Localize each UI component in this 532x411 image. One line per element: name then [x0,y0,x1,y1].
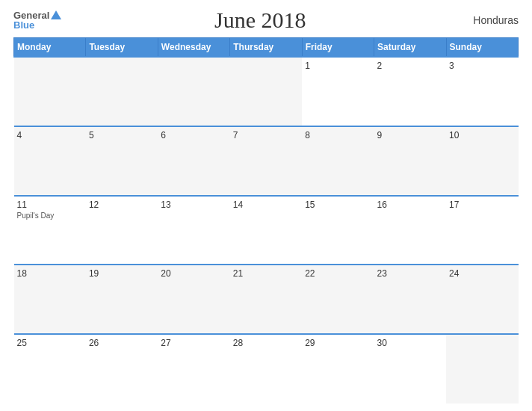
logo-blue-text: Blue [13,20,34,30]
calendar-day-cell: 27 [158,334,229,404]
calendar-day-cell: 21 [230,265,302,334]
day-number: 11 [17,200,83,210]
day-number: 24 [449,268,515,279]
calendar-day-cell: 7 [230,126,302,196]
day-number: 5 [89,130,155,140]
calendar-table: MondayTuesdayWednesdayThursdayFridaySatu… [13,37,519,404]
header: General Blue June 2018 Honduras [13,7,519,33]
calendar-day-cell [14,57,86,126]
weekday-header-saturday: Saturday [374,38,446,58]
logo: General Blue [13,10,61,30]
calendar-day-cell: 24 [446,265,518,334]
calendar-day-cell: 26 [86,334,158,404]
day-number: 9 [377,130,443,140]
day-number: 14 [233,200,299,210]
calendar-day-cell: 30 [374,334,446,404]
weekday-header-sunday: Sunday [446,38,518,58]
calendar-day-cell: 5 [86,126,158,196]
calendar-day-cell: 23 [374,265,446,334]
page-wrapper: General Blue June 2018 Honduras MondayTu… [0,0,532,411]
day-number: 12 [89,200,155,210]
calendar-day-cell: 28 [230,334,302,404]
day-number: 21 [233,268,299,279]
calendar-day-cell [158,57,229,126]
calendar-day-cell: 16 [374,196,446,265]
calendar-week-row: 45678910 [14,126,519,196]
weekday-header-friday: Friday [302,38,374,58]
weekday-header-tuesday: Tuesday [86,38,158,58]
day-number: 28 [233,338,299,348]
calendar-day-cell: 9 [374,126,446,196]
day-number: 4 [17,130,83,140]
day-number: 16 [377,200,443,210]
calendar-day-cell: 8 [302,126,374,196]
calendar-week-row: 18192021222324 [14,265,519,334]
calendar-day-cell: 4 [14,126,86,196]
day-number: 29 [305,338,371,348]
day-number: 6 [161,130,226,140]
calendar-day-cell: 18 [14,265,86,334]
day-event: Pupil's Day [17,211,83,220]
day-number: 19 [89,268,155,279]
day-number: 18 [17,268,83,279]
weekday-header-row: MondayTuesdayWednesdayThursdayFridaySatu… [14,38,519,58]
day-number: 7 [233,130,299,140]
day-number: 8 [305,130,371,140]
day-number: 3 [449,61,515,71]
day-number: 20 [161,268,226,279]
calendar-day-cell: 11Pupil's Day [14,196,86,265]
calendar-day-cell: 17 [446,196,518,265]
calendar-day-cell: 25 [14,334,86,404]
day-number: 22 [305,268,371,279]
calendar-day-cell: 12 [86,196,158,265]
calendar-day-cell: 3 [446,57,518,126]
day-number: 26 [89,338,155,348]
calendar-day-cell: 29 [302,334,374,404]
calendar-day-cell: 13 [158,196,229,265]
calendar-day-cell: 2 [374,57,446,126]
day-number: 1 [305,61,371,71]
calendar-title: June 2018 [61,7,459,33]
weekday-header-wednesday: Wednesday [158,38,229,58]
day-number: 15 [305,200,371,210]
calendar-day-cell: 19 [86,265,158,334]
calendar-day-cell [86,57,158,126]
calendar-day-cell: 14 [230,196,302,265]
day-number: 23 [377,268,443,279]
calendar-day-cell [446,334,518,404]
day-number: 27 [161,338,226,348]
calendar-week-row: 11Pupil's Day121314151617 [14,196,519,265]
day-number: 25 [17,338,83,348]
day-number: 17 [449,200,515,210]
calendar-day-cell: 22 [302,265,374,334]
day-number: 13 [161,200,226,210]
day-number: 2 [377,61,443,71]
logo-triangle-icon [51,10,61,19]
calendar-week-row: 123 [14,57,519,126]
calendar-day-cell: 10 [446,126,518,196]
country-label: Honduras [459,14,519,26]
weekday-header-thursday: Thursday [230,38,302,58]
calendar-day-cell: 1 [302,57,374,126]
calendar-day-cell: 20 [158,265,229,334]
day-number: 10 [449,130,515,140]
calendar-day-cell [230,57,302,126]
calendar-week-row: 252627282930 [14,334,519,404]
weekday-header-monday: Monday [14,38,86,58]
calendar-day-cell: 6 [158,126,229,196]
day-number: 30 [377,338,443,348]
calendar-day-cell: 15 [302,196,374,265]
